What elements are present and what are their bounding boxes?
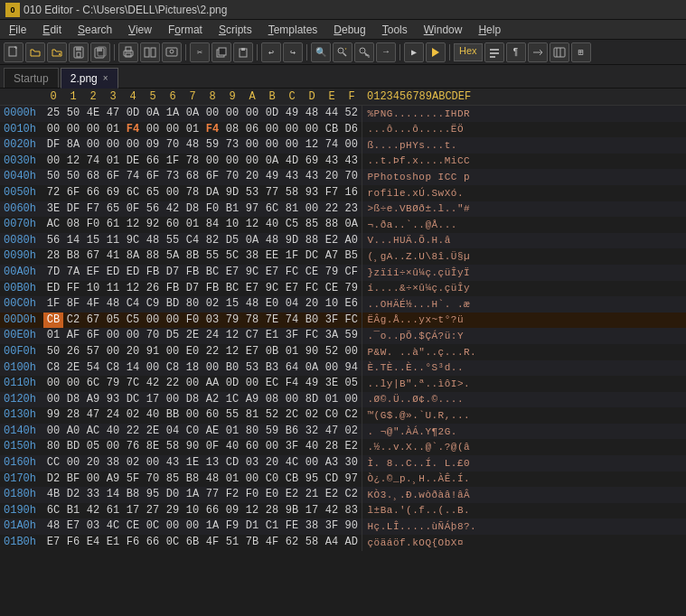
hex-cell[interactable]: 81: [242, 407, 262, 424]
hex-cell[interactable]: 00: [242, 376, 262, 392]
hex-cell[interactable]: 28: [322, 439, 342, 455]
hex-cell[interactable]: 82: [202, 233, 222, 249]
hex-cell[interactable]: 58: [163, 439, 183, 455]
mode-btn-4[interactable]: [528, 42, 548, 62]
hex-cell[interactable]: 00: [163, 122, 183, 138]
hex-cell[interactable]: 12: [123, 281, 143, 297]
hex-cell[interactable]: 00: [43, 154, 63, 170]
hex-cell[interactable]: 88: [322, 217, 342, 233]
hex-cell[interactable]: 79: [222, 313, 242, 329]
hex-cell[interactable]: EF: [83, 265, 103, 281]
hex-cell[interactable]: 7E: [262, 313, 282, 329]
cut-button[interactable]: ✂: [190, 42, 210, 62]
hex-cell[interactable]: 50: [43, 344, 63, 360]
hex-cell[interactable]: D5: [163, 328, 183, 344]
hex-cell[interactable]: AF: [63, 328, 83, 344]
hex-cell[interactable]: C4: [123, 296, 143, 313]
hex-cell[interactable]: FC: [302, 328, 322, 344]
hex-cell[interactable]: A0: [63, 424, 83, 440]
hex-cell[interactable]: 40: [302, 439, 322, 455]
hex-cell[interactable]: E2: [342, 439, 362, 455]
hex-cell[interactable]: CD: [222, 455, 242, 471]
hex-cell[interactable]: 10: [322, 296, 342, 313]
hex-cell[interactable]: 26: [63, 344, 83, 360]
hex-cell[interactable]: C1: [262, 518, 282, 535]
hex-cell[interactable]: 61: [103, 217, 123, 233]
hex-cell[interactable]: C9: [143, 296, 163, 313]
hex-cell[interactable]: 93: [302, 185, 322, 201]
hex-cell[interactable]: CE: [302, 265, 322, 281]
hex-cell[interactable]: D0: [163, 487, 183, 503]
save-button[interactable]: [69, 42, 89, 62]
menu-edit[interactable]: Edit: [35, 22, 69, 38]
hex-cell[interactable]: FB: [163, 281, 183, 297]
hex-cell[interactable]: 13: [202, 455, 222, 471]
hex-cell[interactable]: 00: [262, 439, 282, 455]
hex-cell[interactable]: 54: [83, 360, 103, 377]
hex-cell[interactable]: 61: [103, 503, 123, 519]
hex-cell[interactable]: 5F: [123, 471, 143, 488]
hex-cell[interactable]: 00: [342, 344, 362, 360]
hex-cell[interactable]: 94: [342, 360, 362, 377]
hex-cell[interactable]: 05: [83, 439, 103, 455]
hex-cell[interactable]: 08: [63, 217, 83, 233]
hex-cell[interactable]: 28: [43, 248, 63, 265]
new-button[interactable]: [4, 42, 23, 62]
hex-cell[interactable]: 00: [163, 518, 183, 535]
hex-cell[interactable]: 84: [202, 217, 222, 233]
hex-cell[interactable]: FF: [63, 281, 83, 297]
hex-cell[interactable]: 08: [222, 122, 242, 138]
hex-cell[interactable]: 02: [202, 296, 222, 313]
hex-cell[interactable]: 93: [103, 392, 123, 408]
hex-cell[interactable]: 10: [183, 503, 202, 519]
hex-cell[interactable]: 00: [222, 154, 242, 170]
hex-cell[interactable]: 1A: [183, 487, 202, 503]
hex-cell[interactable]: 09: [222, 503, 242, 519]
hex-cell[interactable]: 88: [302, 233, 322, 249]
hex-cell[interactable]: E6: [342, 296, 362, 313]
hex-cell[interactable]: CB: [43, 313, 63, 329]
hex-cell[interactable]: 00: [202, 360, 222, 377]
hex-cell[interactable]: 79: [342, 281, 362, 297]
hex-cell[interactable]: 00: [282, 137, 302, 154]
hex-cell[interactable]: D6: [342, 122, 362, 138]
hex-cell[interactable]: 64: [282, 360, 302, 377]
hex-cell[interactable]: F4: [202, 122, 222, 138]
hex-cell[interactable]: F7: [83, 201, 103, 218]
hex-cell[interactable]: 24: [103, 407, 123, 424]
hex-cell[interactable]: FE: [282, 518, 302, 535]
hex-cell[interactable]: DF: [43, 137, 63, 154]
hex-cell[interactable]: B1: [63, 503, 83, 519]
hex-cell[interactable]: 95: [143, 487, 163, 503]
menu-tools[interactable]: Tools: [375, 22, 415, 38]
hex-cell[interactable]: 55: [222, 407, 242, 424]
hex-cell[interactable]: 70: [222, 169, 242, 185]
hex-cell[interactable]: 3F: [282, 328, 302, 344]
hex-cell[interactable]: 43: [322, 154, 342, 170]
menu-window[interactable]: Window: [417, 22, 470, 38]
hex-cell[interactable]: 79: [103, 376, 123, 392]
hex-cell[interactable]: 9C: [123, 233, 143, 249]
hex-cell[interactable]: 9B: [282, 503, 302, 519]
hex-cell[interactable]: 43: [342, 154, 362, 170]
hex-cell[interactable]: 48: [302, 106, 322, 122]
hex-cell[interactable]: 48: [262, 233, 282, 249]
hex-cell[interactable]: 04: [163, 424, 183, 440]
hex-cell[interactable]: 40: [222, 439, 242, 455]
hex-cell[interactable]: 01: [183, 122, 202, 138]
hex-cell[interactable]: 00: [103, 439, 123, 455]
hex-cell[interactable]: 38: [103, 455, 123, 471]
hex-cell[interactable]: E7: [242, 344, 262, 360]
hex-cell[interactable]: 05: [342, 376, 362, 392]
hex-cell[interactable]: 18: [183, 360, 202, 377]
hex-cell[interactable]: 00: [83, 471, 103, 488]
hex-cell[interactable]: 7B: [242, 535, 262, 551]
menu-scripts[interactable]: Scripts: [211, 22, 259, 38]
screenshot-button[interactable]: [162, 42, 182, 62]
hex-cell[interactable]: 21: [302, 487, 322, 503]
hex-cell[interactable]: 00: [342, 392, 362, 408]
hex-cell[interactable]: 52: [342, 106, 362, 122]
hex-cell[interactable]: 52: [262, 407, 282, 424]
hex-cell[interactable]: 29: [163, 503, 183, 519]
hex-cell[interactable]: 48: [143, 233, 163, 249]
